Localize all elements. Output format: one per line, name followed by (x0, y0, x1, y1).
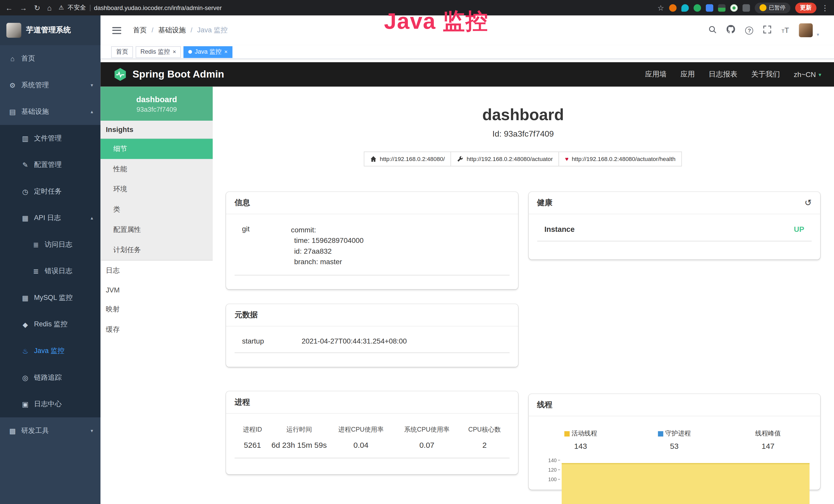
health-card-title: 健康 (537, 198, 552, 208)
sba-brand-label: Spring Boot Admin (133, 69, 224, 81)
sidebar-item-file[interactable]: ▥ 文件管理 (0, 125, 101, 152)
extension-icon-green[interactable] (693, 4, 701, 12)
sidebar-item-infra[interactable]: ▤ 基础设施 ▴ (0, 98, 101, 125)
sba-menu-caches[interactable]: 缓存 (101, 320, 213, 340)
sidebar-item-config[interactable]: ✎ 配置管理 (0, 152, 101, 178)
sidebar-item-accesslog[interactable]: ≣ 访问日志 (0, 231, 101, 258)
address-divider (90, 5, 90, 11)
sba-menu-logs[interactable]: 日志 (101, 260, 213, 281)
instance-header[interactable]: dashboard 93a3fc7f7409 (101, 87, 213, 121)
tag-java[interactable]: Java 监控 × (184, 46, 233, 58)
instance-id: 93a3fc7f7409 (105, 106, 208, 113)
y-tick: 140 (536, 458, 560, 467)
sidebar-item-label: 文件管理 (34, 134, 62, 143)
sidebar-item-apilog[interactable]: ▦ API 日志 ▴ (0, 205, 101, 231)
sidebar-item-java[interactable]: ♨ Java 监控 (0, 338, 101, 364)
sidebar-item-label: 定时任务 (34, 187, 62, 196)
home-icon (370, 156, 376, 162)
sba-menu-environment[interactable]: 环境 (101, 179, 213, 200)
sba-menu-properties[interactable]: 配置属性 (101, 220, 213, 240)
sidebar-item-redis[interactable]: ◆ Redis 监控 (0, 311, 101, 338)
profile-avatar-icon (759, 4, 766, 11)
process-value-pid: 5261 (235, 441, 270, 449)
sba-language-selector[interactable]: zh~CN ▾ (794, 70, 821, 78)
threads-card-title: 线程 (537, 400, 552, 410)
forward-button[interactable]: → (20, 4, 27, 12)
fullscreen-icon[interactable] (763, 25, 771, 35)
extension-icon-puzzle[interactable] (742, 4, 750, 12)
sidebar-item-system[interactable]: ⚙ 系统管理 ▾ (0, 72, 101, 98)
sba-nav-journal[interactable]: 日志报表 (709, 70, 738, 79)
sba-menu-scheduled-tasks[interactable]: 计划任务 (101, 240, 213, 260)
profile-paused-badge[interactable]: 已暂停 (754, 2, 790, 13)
screen: ← → ↻ ⌂ ⚠ 不安全 dashboard.yudao.iocoder.cn… (0, 0, 834, 504)
chrome-update-button[interactable]: 更新 (795, 2, 816, 13)
browser-menu-button[interactable]: ⋮ (821, 4, 829, 12)
help-icon[interactable]: ? (745, 26, 753, 35)
health-url-button[interactable]: ♥ http://192.168.0.2:48080/actuator/heal… (559, 152, 682, 166)
back-button[interactable]: ← (5, 4, 13, 12)
tag-home[interactable]: 首页 (111, 46, 133, 58)
sidebar-item-label: API 日志 (34, 213, 61, 223)
security-label: 不安全 (68, 4, 86, 12)
sba-menu-jvm[interactable]: JVM (101, 281, 213, 299)
extension-icon-blue[interactable] (706, 4, 713, 12)
sidebar-item-label: 配置管理 (34, 160, 62, 169)
process-card-title: 进程 (235, 397, 250, 407)
sba-navbar: Spring Boot Admin 应用墙 应用 日志报表 关于我们 zh~CN… (101, 62, 834, 87)
sba-body: dashboard 93a3fc7f7409 Insights 细节 性能 环境… (101, 87, 834, 504)
sidebar-item-mysql[interactable]: ▦ MySQL 监控 (0, 284, 101, 311)
sba-nav-wallboard[interactable]: 应用墙 (645, 70, 667, 79)
app-logo[interactable]: 芋道管理系统 (0, 16, 101, 45)
chart-y-axis: 140 120 100 (536, 458, 560, 489)
breadcrumb-infra[interactable]: 基础设施 (158, 25, 186, 35)
avatar[interactable] (799, 23, 813, 37)
sba-menu-performance[interactable]: 性能 (101, 159, 213, 179)
refresh-button[interactable]: ↻ (34, 4, 40, 12)
metadata-row-startup: startup 2021-04-27T00:44:31.254+08:00 (235, 330, 509, 353)
sba-menu-mappings[interactable]: 映射 (101, 299, 213, 320)
breadcrumb-home[interactable]: 首页 (133, 25, 147, 35)
extension-icon-leaf[interactable] (730, 4, 738, 12)
github-icon[interactable] (727, 25, 736, 36)
sba-menu-classes[interactable]: 类 (101, 200, 213, 220)
info-card: 信息 git commit: time: 1596289704000 id: 2… (226, 192, 518, 289)
legend-value: 147 (721, 442, 815, 450)
address-bar[interactable]: ⚠ 不安全 dashboard.yudao.iocoder.cn/infra/a… (59, 4, 222, 12)
handwritten-annotation: Java 监控 (384, 6, 488, 36)
font-size-icon[interactable]: TT (782, 25, 789, 35)
sba-brand[interactable]: Spring Boot Admin (113, 68, 224, 82)
search-icon[interactable] (709, 25, 717, 35)
sba-nav-about[interactable]: 关于我们 (751, 70, 780, 79)
tag-redis[interactable]: Redis 监控 × (136, 46, 181, 58)
sba-nav-applications[interactable]: 应用 (680, 70, 695, 79)
avatar-caret-icon: ▾ (817, 32, 819, 37)
home-icon: ⌂ (8, 54, 17, 62)
home-button[interactable]: ⌂ (47, 4, 52, 12)
close-icon[interactable]: × (224, 49, 227, 55)
close-icon[interactable]: × (173, 49, 176, 55)
legend-value: 53 (628, 442, 721, 450)
instance-id-line: Id: 93a3fc7f7409 (226, 129, 820, 139)
hamburger-menu-icon[interactable] (112, 27, 121, 34)
actuator-url-button[interactable]: http://192.168.0.2:48080/actuator (451, 152, 559, 166)
active-dot (188, 50, 192, 54)
sidebar-item-home[interactable]: ⌂ 首页 (0, 45, 101, 72)
legend-value: 143 (534, 442, 628, 450)
sidebar-item-trace[interactable]: ◎ 链路追踪 (0, 364, 101, 391)
bookmark-star-icon[interactable]: ☆ (657, 4, 664, 12)
service-url-button[interactable]: http://192.168.0.2:48080/ (364, 152, 451, 166)
legend-label: 守护进程 (665, 429, 691, 438)
extension-icon-orange[interactable] (669, 4, 676, 12)
extension-icon-colorpicker[interactable] (681, 4, 688, 12)
sidebar-item-dev[interactable]: ▩ 研发工具 ▾ (0, 417, 101, 444)
sidebar-item-job[interactable]: ◷ 定时任务 (0, 178, 101, 205)
y-tick: 120 (536, 467, 560, 477)
extension-icon-switch[interactable] (718, 4, 725, 12)
instance-links: http://192.168.0.2:48080/ http://192.168… (226, 152, 820, 166)
sidebar-item-logcenter[interactable]: ▣ 日志中心 (0, 391, 101, 417)
sidebar-item-errorlog[interactable]: ≣ 错误日志 (0, 258, 101, 284)
sidebar-item-label: Java 监控 (34, 346, 64, 356)
sba-menu-details[interactable]: 细节 (101, 139, 213, 159)
history-icon[interactable]: ↺ (805, 199, 812, 207)
